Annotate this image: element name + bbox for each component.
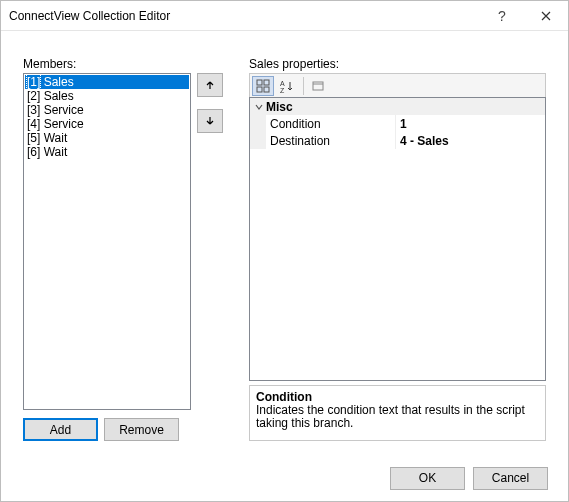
members-panel: Members: [1] Sales[2] Sales[3] Service[4… — [23, 57, 223, 441]
arrow-down-icon — [205, 116, 215, 126]
svg-text:Z: Z — [280, 87, 285, 93]
property-grid[interactable]: Misc Condition1Destination4 - Sales — [249, 97, 546, 381]
members-list[interactable]: [1] Sales[2] Sales[3] Service[4] Service… — [23, 73, 191, 410]
member-item[interactable]: [4] Service — [25, 117, 189, 131]
property-value[interactable]: 4 - Sales — [396, 132, 545, 149]
alphabetical-icon: A Z — [280, 79, 294, 93]
svg-rect-2 — [257, 87, 262, 92]
member-item[interactable]: [3] Service — [25, 103, 189, 117]
property-name: Destination — [266, 132, 396, 149]
property-row[interactable]: Condition1 — [250, 115, 545, 132]
chevron-down-icon[interactable] — [252, 103, 266, 111]
description-pane: Condition Indicates the condition text t… — [249, 385, 546, 441]
category-label: Misc — [266, 100, 293, 114]
close-button[interactable] — [524, 1, 568, 31]
properties-label: Sales properties: — [249, 57, 546, 71]
category-row[interactable]: Misc — [250, 98, 545, 115]
categorized-button[interactable] — [252, 76, 274, 96]
propgrid-toolbar: A Z — [249, 73, 546, 97]
member-item[interactable]: [6] Wait — [25, 145, 189, 159]
categorized-icon — [256, 79, 270, 93]
property-name: Condition — [266, 115, 396, 132]
description-title: Condition — [256, 390, 539, 404]
member-item[interactable]: [5] Wait — [25, 131, 189, 145]
member-item[interactable]: [1] Sales — [25, 75, 189, 89]
close-icon — [541, 11, 551, 21]
arrow-up-icon — [205, 80, 215, 90]
window-title: ConnectView Collection Editor — [9, 9, 480, 23]
property-pages-button[interactable] — [307, 76, 329, 96]
svg-rect-3 — [264, 87, 269, 92]
remove-button[interactable]: Remove — [104, 418, 179, 441]
description-text: Indicates the condition text that result… — [256, 404, 539, 430]
move-down-button[interactable] — [197, 109, 223, 133]
property-value[interactable]: 1 — [396, 115, 545, 132]
property-pages-icon — [311, 79, 325, 93]
add-button[interactable]: Add — [23, 418, 98, 441]
move-up-button[interactable] — [197, 73, 223, 97]
svg-rect-6 — [313, 82, 323, 90]
toolbar-separator — [303, 77, 304, 95]
properties-panel: Sales properties: A Z — [249, 57, 546, 441]
svg-rect-0 — [257, 80, 262, 85]
member-item[interactable]: [2] Sales — [25, 89, 189, 103]
svg-rect-1 — [264, 80, 269, 85]
dialog-body: Members: [1] Sales[2] Sales[3] Service[4… — [1, 31, 568, 455]
cancel-button[interactable]: Cancel — [473, 467, 548, 490]
reorder-buttons — [197, 73, 223, 410]
titlebar: ConnectView Collection Editor ? — [1, 1, 568, 31]
svg-text:A: A — [280, 80, 285, 87]
property-row[interactable]: Destination4 - Sales — [250, 132, 545, 149]
alphabetical-button[interactable]: A Z — [276, 76, 298, 96]
dialog-footer: OK Cancel — [1, 455, 568, 501]
ok-button[interactable]: OK — [390, 467, 465, 490]
dialog-window: ConnectView Collection Editor ? Members:… — [0, 0, 569, 502]
members-label: Members: — [23, 57, 223, 71]
help-button[interactable]: ? — [480, 1, 524, 31]
